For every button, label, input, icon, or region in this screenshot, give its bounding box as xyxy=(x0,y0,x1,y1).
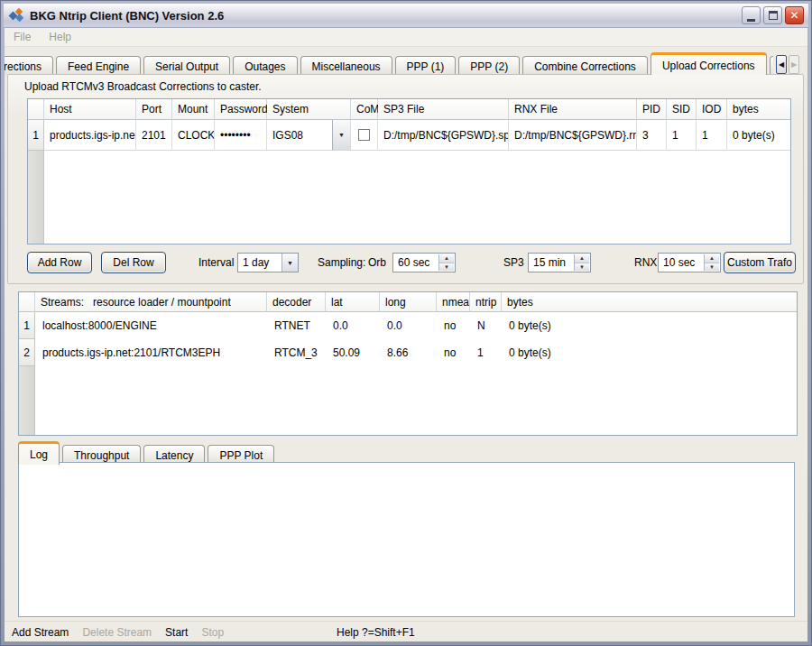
stream-mountpoint[interactable]: products.igs-ip.net:2101/RTCM3EPH xyxy=(35,339,267,366)
tab-serial-output[interactable]: Serial Output xyxy=(143,56,230,75)
chevron-down-icon[interactable]: ▼ xyxy=(332,120,350,150)
bottom-tab-bar: Log Throughput Latency PPP Plot xyxy=(18,441,274,464)
main-content: rections Feed Engine Serial Output Outag… xyxy=(5,47,807,641)
tab-upload-ephemeris[interactable]: Upload Ephemeris xyxy=(770,56,773,75)
cell-system: IGS08 ▼ xyxy=(267,120,351,151)
col-header-bytes[interactable]: bytes xyxy=(502,292,797,312)
tab-corrections-partial[interactable]: rections xyxy=(5,56,53,75)
stream-nmea[interactable]: no xyxy=(437,339,470,366)
close-button[interactable]: ✕ xyxy=(785,6,804,24)
cell-sp3-file[interactable]: D:/tmp/BNC${GPSWD}.sp3 xyxy=(378,120,509,151)
rnx-spinbox[interactable]: 10 sec ▲ ▼ xyxy=(658,253,721,272)
chevron-down-icon[interactable]: ▼ xyxy=(281,254,298,272)
custom-trafo-button[interactable]: Custom Trafo xyxy=(724,252,796,273)
col-header-pid[interactable]: PID xyxy=(637,99,667,120)
tab-miscellaneous[interactable]: Miscellaneous xyxy=(300,56,392,75)
menu-help[interactable]: Help xyxy=(49,31,71,43)
col-header-port[interactable]: Port xyxy=(136,99,172,120)
sp3-spinbox[interactable]: 15 min ▲ ▼ xyxy=(528,253,591,272)
col-header-ntrip[interactable]: ntrip xyxy=(470,292,502,312)
stream-bytes[interactable]: 0 byte(s) xyxy=(502,312,797,339)
rnx-label: RNX xyxy=(634,252,657,273)
stream-lat[interactable]: 0.0 xyxy=(326,312,380,339)
spinner-buttons: ▲ ▼ xyxy=(438,254,454,271)
minimize-button[interactable] xyxy=(742,6,761,24)
interval-combobox[interactable]: 1 day ▼ xyxy=(237,253,299,272)
tab-scroll-left-button[interactable]: ◀ xyxy=(776,55,787,74)
spin-down-icon[interactable]: ▼ xyxy=(575,263,589,272)
row-header[interactable]: 2 xyxy=(19,339,35,366)
cell-iod[interactable]: 1 xyxy=(697,120,727,151)
spin-up-icon[interactable]: ▲ xyxy=(705,254,719,263)
stream-nmea[interactable]: no xyxy=(437,312,470,339)
orb-label: Orb xyxy=(368,252,386,273)
top-tab-bar: rections Feed Engine Serial Output Outag… xyxy=(5,52,773,75)
tab-log[interactable]: Log xyxy=(18,441,60,465)
help-shortcut-text: Help ?=Shift+F1 xyxy=(337,626,415,639)
title-bar[interactable]: BKG Ntrip Client (BNC) Version 2.6 ✕ xyxy=(4,4,808,28)
cell-pid[interactable]: 3 xyxy=(637,120,667,151)
delete-stream-action[interactable]: Delete Stream xyxy=(82,626,152,639)
tab-feed-engine[interactable]: Feed Engine xyxy=(56,56,141,75)
window-title: BKG Ntrip Client (BNC) Version 2.6 xyxy=(30,9,739,23)
cell-password[interactable]: •••••••• xyxy=(215,120,267,151)
tab-combine-corrections[interactable]: Combine Corrections xyxy=(522,56,648,75)
tab-outages[interactable]: Outages xyxy=(233,56,297,75)
log-output-area[interactable] xyxy=(18,462,795,617)
col-header-rnx-file[interactable]: RNX File xyxy=(509,99,637,120)
col-header-bytes[interactable]: bytes xyxy=(727,99,790,120)
cell-sid[interactable]: 1 xyxy=(667,120,697,151)
stream-bytes[interactable]: 0 byte(s) xyxy=(502,339,797,366)
row-header[interactable]: 1 xyxy=(28,120,44,151)
cell-rnx-file[interactable]: D:/tmp/BNC${GPSWD}.rnx xyxy=(509,120,637,151)
tab-upload-corrections[interactable]: Upload Corrections xyxy=(651,52,767,75)
add-stream-action[interactable]: Add Stream xyxy=(12,626,69,639)
cell-mount[interactable]: CLOCK xyxy=(172,120,215,151)
col-header-sp3-file[interactable]: SP3 File xyxy=(378,99,509,120)
stream-mountpoint[interactable]: localhost:8000/ENGINE xyxy=(35,312,267,339)
stream-decoder[interactable]: RTCM_3 xyxy=(267,339,326,366)
col-header-sid[interactable]: SID xyxy=(667,99,697,120)
col-header-password[interactable]: Password xyxy=(215,99,267,120)
orb-spinbox[interactable]: 60 sec ▲ ▼ xyxy=(392,253,456,272)
stream-long[interactable]: 0.0 xyxy=(380,312,437,339)
stream-lat[interactable]: 50.09 xyxy=(326,339,380,366)
spin-up-icon[interactable]: ▲ xyxy=(575,254,589,263)
cell-port[interactable]: 2101 xyxy=(136,120,172,151)
spin-down-icon[interactable]: ▼ xyxy=(439,263,454,272)
start-action[interactable]: Start xyxy=(165,626,188,639)
spin-down-icon[interactable]: ▼ xyxy=(705,263,719,272)
stream-ntrip[interactable]: 1 xyxy=(470,339,502,366)
col-header-com[interactable]: CoM xyxy=(351,99,378,120)
cell-host[interactable]: products.igs-ip.net xyxy=(44,120,136,151)
spin-up-icon[interactable]: ▲ xyxy=(439,254,454,263)
tab-ppp-1[interactable]: PPP (1) xyxy=(395,56,457,75)
spinner-buttons: ▲ ▼ xyxy=(704,254,719,271)
maximize-button[interactable] xyxy=(763,6,782,24)
col-header-host[interactable]: Host xyxy=(44,99,136,120)
stop-action[interactable]: Stop xyxy=(201,626,224,639)
cell-bytes[interactable]: 0 byte(s) xyxy=(727,120,790,151)
system-combobox[interactable]: IGS08 ▼ xyxy=(267,120,350,150)
col-header-mount[interactable]: Mount xyxy=(172,99,215,120)
stream-decoder[interactable]: RTNET xyxy=(267,312,326,339)
col-header-nmea[interactable]: nmea xyxy=(437,292,470,312)
col-header-decoder[interactable]: decoder xyxy=(267,292,326,312)
menu-file[interactable]: File xyxy=(14,31,31,43)
col-header-iod[interactable]: IOD xyxy=(697,99,727,120)
stream-long[interactable]: 8.66 xyxy=(380,339,437,366)
app-window: BKG Ntrip Client (BNC) Version 2.6 ✕ Fil… xyxy=(0,0,812,646)
col-header-long[interactable]: long xyxy=(380,292,437,312)
stream-ntrip[interactable]: N xyxy=(470,312,502,339)
add-row-button[interactable]: Add Row xyxy=(27,252,92,273)
app-logo-icon xyxy=(8,7,24,23)
row-header[interactable]: 1 xyxy=(19,312,35,339)
tab-scroll-right-button[interactable]: ▶ xyxy=(789,55,799,74)
com-checkbox[interactable] xyxy=(358,129,370,141)
scroll-left-icon: ◀ xyxy=(779,60,784,69)
col-header-streams[interactable]: Streams: resource loader / mountpoint xyxy=(35,292,267,312)
del-row-button[interactable]: Del Row xyxy=(101,252,166,273)
tab-ppp-2[interactable]: PPP (2) xyxy=(458,56,520,75)
col-header-lat[interactable]: lat xyxy=(326,292,380,312)
col-header-system[interactable]: System xyxy=(267,99,351,120)
